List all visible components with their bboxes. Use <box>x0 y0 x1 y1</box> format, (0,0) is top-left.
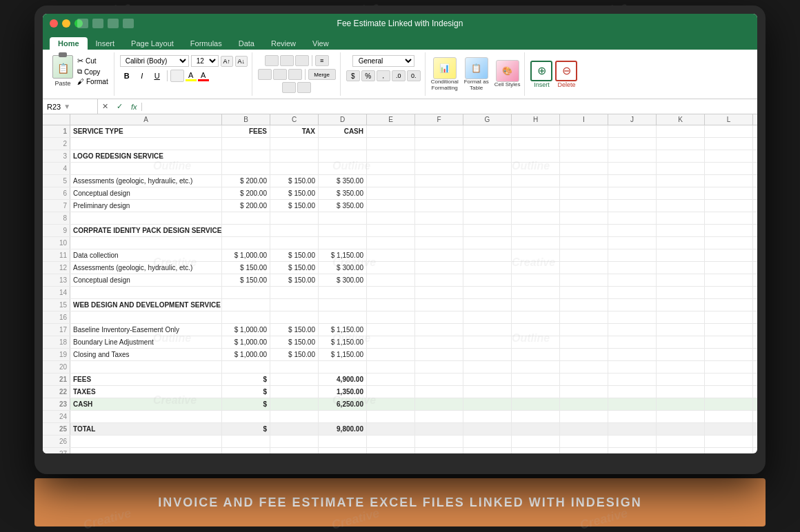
conditional-formatting-button[interactable]: 📊 Conditional Formatting <box>431 57 459 92</box>
cell[interactable] <box>705 237 753 249</box>
merge-center-button[interactable]: Merge <box>308 69 336 80</box>
cell[interactable] <box>608 299 657 311</box>
cell[interactable] <box>319 448 367 453</box>
cell[interactable] <box>270 361 319 373</box>
cell[interactable] <box>657 163 705 174</box>
quick-access-icon-2[interactable] <box>92 19 103 28</box>
cell[interactable] <box>753 187 757 199</box>
cell[interactable] <box>512 299 560 311</box>
cell[interactable] <box>753 274 757 286</box>
cell[interactable] <box>753 200 757 212</box>
cell[interactable] <box>512 361 560 373</box>
cell[interactable]: WEB DESIGN AND DEVELOPMENT SERVICE <box>70 299 222 311</box>
cell[interactable] <box>367 237 415 249</box>
cell[interactable]: $ 200.00 <box>222 200 270 212</box>
col-header-m[interactable]: M <box>753 114 757 125</box>
cell[interactable] <box>415 249 463 261</box>
cell[interactable] <box>512 386 560 398</box>
tab-view[interactable]: View <box>304 37 337 50</box>
cell[interactable] <box>463 336 512 348</box>
cell[interactable]: Boundary Line Adjustment <box>70 336 222 348</box>
cell[interactable] <box>270 374 319 385</box>
table-row[interactable]: 17Baseline Inventory-Easement Only$ 1,00… <box>43 324 757 336</box>
table-row[interactable]: 12Assessments (geologic, hydraulic, etc.… <box>43 262 757 274</box>
cell[interactable] <box>705 163 753 174</box>
cell[interactable] <box>415 299 463 311</box>
cell[interactable] <box>608 274 657 286</box>
cell[interactable]: $ 1,150.00 <box>319 349 367 360</box>
cell[interactable] <box>560 386 608 398</box>
cell[interactable] <box>705 423 753 435</box>
cell[interactable]: Conceptual design <box>70 187 222 199</box>
italic-button[interactable]: I <box>135 70 149 82</box>
cell[interactable]: LOGO REDESIGN SERVICE <box>70 150 222 162</box>
col-header-f[interactable]: F <box>415 114 463 125</box>
cell[interactable] <box>367 423 415 435</box>
cell[interactable] <box>415 212 463 224</box>
cell[interactable] <box>560 299 608 311</box>
cell[interactable] <box>319 411 367 422</box>
cell[interactable] <box>415 200 463 212</box>
cell[interactable] <box>753 436 757 447</box>
cell[interactable] <box>222 311 270 323</box>
cell[interactable]: Conceptual design <box>70 274 222 286</box>
cell[interactable] <box>705 448 753 453</box>
cell[interactable] <box>222 150 270 162</box>
cell[interactable] <box>753 225 757 236</box>
table-row[interactable]: 3LOGO REDESIGN SERVICE <box>43 150 757 163</box>
table-row[interactable]: 21FEES$4,900.00 <box>43 374 757 386</box>
cell[interactable] <box>270 212 319 224</box>
cell[interactable] <box>657 423 705 435</box>
cell[interactable] <box>560 237 608 249</box>
cell[interactable]: 9,800.00 <box>319 423 367 435</box>
cell[interactable] <box>367 386 415 398</box>
cell[interactable]: Data collection <box>70 249 222 261</box>
cell[interactable] <box>270 398 319 410</box>
cell[interactable] <box>512 311 560 323</box>
cell[interactable] <box>657 324 705 336</box>
cell[interactable] <box>512 200 560 212</box>
cell[interactable] <box>463 274 512 286</box>
cell[interactable]: 1,350.00 <box>319 386 367 398</box>
cell[interactable] <box>608 436 657 447</box>
cell[interactable] <box>319 150 367 162</box>
cell[interactable] <box>705 411 753 422</box>
cell[interactable]: CORPRATE IDENITY PACK DESIGN SERVICE <box>70 225 222 236</box>
cell[interactable] <box>70 138 222 150</box>
cell[interactable] <box>705 249 753 261</box>
cell[interactable] <box>608 423 657 435</box>
cell[interactable] <box>608 187 657 199</box>
align-center-button[interactable] <box>273 69 287 80</box>
cell[interactable] <box>512 423 560 435</box>
cell[interactable] <box>367 436 415 447</box>
cell[interactable] <box>463 311 512 323</box>
cell[interactable] <box>319 163 367 174</box>
cell[interactable] <box>222 138 270 150</box>
table-row[interactable]: 9CORPRATE IDENITY PACK DESIGN SERVICE <box>43 225 757 237</box>
cell[interactable] <box>560 374 608 385</box>
table-row[interactable]: 10 <box>43 237 757 249</box>
cell[interactable] <box>608 361 657 373</box>
cell[interactable] <box>608 311 657 323</box>
cell[interactable] <box>415 423 463 435</box>
cell[interactable] <box>705 436 753 447</box>
cell[interactable] <box>657 138 705 150</box>
tab-insert[interactable]: Insert <box>88 37 123 50</box>
cell[interactable]: $ 150.00 <box>270 262 319 274</box>
cell[interactable] <box>512 249 560 261</box>
cell[interactable] <box>222 287 270 298</box>
cell[interactable] <box>560 311 608 323</box>
cell[interactable] <box>367 175 415 187</box>
cancel-formula-button[interactable]: ✕ <box>98 102 112 111</box>
cell[interactable] <box>512 125 560 137</box>
cell[interactable] <box>705 225 753 236</box>
cell[interactable]: $ 1,000.00 <box>222 349 270 360</box>
cell[interactable]: TAXES <box>70 386 222 398</box>
cell[interactable] <box>705 262 753 274</box>
cell[interactable] <box>608 200 657 212</box>
close-button[interactable] <box>50 19 58 28</box>
table-row[interactable]: 6Conceptual design$ 200.00$ 150.00$ 350.… <box>43 187 757 200</box>
cell[interactable] <box>367 138 415 150</box>
cell[interactable]: $ 150.00 <box>270 200 319 212</box>
cell[interactable] <box>270 299 319 311</box>
